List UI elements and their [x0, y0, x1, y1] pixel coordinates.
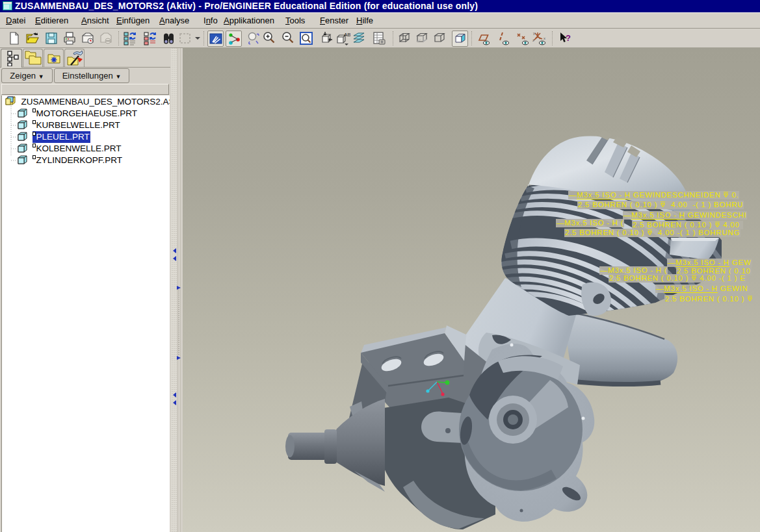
svg-text:AB: AB	[344, 32, 350, 38]
svg-text:y: y	[533, 31, 535, 35]
svg-text:?: ?	[566, 33, 571, 43]
svg-text:z: z	[532, 38, 534, 42]
svg-text:x: x	[544, 36, 545, 40]
